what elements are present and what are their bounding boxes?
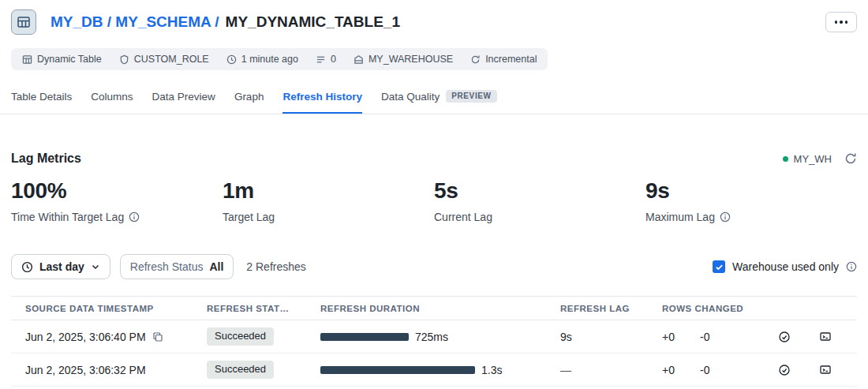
- meta-label: CUSTOM_ROLE: [134, 54, 209, 65]
- meta-object-type: Dynamic Table: [22, 54, 102, 65]
- metadata-bar: Dynamic Table CUSTOM_ROLE 1 minute ago 0…: [11, 48, 548, 70]
- info-icon[interactable]: [129, 211, 140, 223]
- status-badge: Succeeded: [207, 327, 274, 345]
- cell-rows-removed: -0: [700, 364, 744, 376]
- query-profile-icon[interactable]: [778, 364, 791, 376]
- cell-actions: [744, 364, 857, 376]
- cell-rows-added: +0: [662, 331, 700, 343]
- lag-metrics-title: Lag Metrics: [11, 151, 81, 166]
- open-query-icon[interactable]: [819, 364, 832, 376]
- meta-row-count: 0: [316, 54, 336, 65]
- lag-metrics-header: Lag Metrics MY_WH: [11, 151, 857, 166]
- meta-label: 0: [331, 54, 336, 65]
- breadcrumb: MY_DB / MY_SCHEMA / MY_DYNAMIC_TABLE_1: [51, 13, 400, 31]
- col-refresh-duration[interactable]: REFRESH DURATION: [320, 304, 560, 313]
- tab-data-quality[interactable]: Data Quality PREVIEW: [381, 85, 497, 114]
- col-source-data-timestamp[interactable]: SOURCE DATA TIMESTAMP: [11, 304, 207, 313]
- meta-label: 1 minute ago: [241, 54, 298, 65]
- metric-target-lag: 1m Target Lag: [223, 178, 434, 223]
- tab-refresh-history[interactable]: Refresh History: [282, 86, 362, 114]
- duration-bar: [320, 333, 409, 341]
- table-row[interactable]: Jun 2, 2025, 3:06:40 PM Succeeded 725ms …: [11, 320, 857, 353]
- refresh-history-table: SOURCE DATA TIMESTAMP REFRESH STAT… REFR…: [0, 296, 868, 387]
- meta-refresh-mode: Incremental: [470, 54, 537, 65]
- status-badge: Succeeded: [207, 361, 274, 378]
- query-profile-icon[interactable]: [778, 331, 791, 343]
- meta-owner-role: CUSTOM_ROLE: [119, 54, 209, 65]
- table-row[interactable]: Jun 2, 2025, 3:06:32 PM Succeeded 1.3s —…: [11, 353, 857, 387]
- col-refresh-status[interactable]: REFRESH STAT…: [207, 304, 320, 313]
- metric-maximum-lag: 9s Maximum Lag: [645, 178, 857, 223]
- metadata-row: Dynamic Table CUSTOM_ROLE 1 minute ago 0…: [11, 48, 857, 70]
- warehouse-used-only-control: Warehouse used only: [713, 260, 857, 273]
- meta-warehouse: MY_WAREHOUSE: [354, 54, 453, 65]
- time-range-filter[interactable]: Last day: [11, 254, 110, 279]
- metric-label: Time Within Target Lag: [11, 211, 124, 223]
- check-icon: [715, 263, 724, 271]
- metric-value: 1m: [223, 178, 434, 204]
- tab-columns[interactable]: Columns: [91, 86, 133, 114]
- meta-label: MY_WAREHOUSE: [369, 54, 453, 65]
- metric-value: 5s: [434, 178, 645, 204]
- cell-refresh-lag: —: [560, 364, 662, 376]
- ellipsis-icon: [835, 21, 838, 24]
- tab-graph[interactable]: Graph: [234, 86, 264, 114]
- cell-rows-added: +0: [662, 364, 700, 376]
- cell-refresh-lag: 9s: [560, 331, 662, 343]
- refresh-metrics-button[interactable]: [844, 152, 857, 165]
- col-refresh-lag[interactable]: REFRESH LAG: [560, 304, 662, 313]
- refresh-status-value: All: [209, 260, 223, 273]
- refresh-status-label: Refresh Status: [130, 260, 204, 273]
- warehouse-used-only-checkbox[interactable]: [713, 260, 725, 273]
- col-rows-changed[interactable]: ROWS CHANGED: [662, 304, 857, 313]
- table-icon: [22, 54, 32, 65]
- tab-table-details[interactable]: Table Details: [11, 86, 72, 114]
- warehouse-name: MY_WH: [794, 153, 832, 165]
- tab-data-preview[interactable]: Data Preview: [152, 86, 215, 114]
- role-icon: [119, 54, 129, 65]
- meta-label: Dynamic Table: [37, 54, 102, 65]
- warehouse-running-dot: [783, 156, 788, 162]
- metric-label: Target Lag: [223, 211, 275, 223]
- cell-status: Succeeded: [207, 327, 320, 345]
- metric-value: 100%: [11, 178, 223, 204]
- cell-duration: 1.3s: [320, 364, 560, 376]
- warehouse-icon: [354, 54, 364, 65]
- preview-badge: PREVIEW: [446, 90, 496, 103]
- time-range-value: Last day: [39, 260, 84, 273]
- metric-current-lag: 5s Current Lag: [434, 178, 645, 223]
- filter-bar: Last day Refresh Status All 2 Refreshes …: [11, 254, 857, 279]
- cell-duration: 725ms: [320, 331, 560, 343]
- rows-icon: [316, 54, 326, 65]
- metric-label: Current Lag: [434, 211, 492, 223]
- cell-status: Succeeded: [207, 361, 320, 378]
- cell-timestamp: Jun 2, 2025, 3:06:40 PM: [11, 331, 207, 343]
- refresh-status-filter[interactable]: Refresh Status All: [120, 254, 234, 279]
- cell-actions: [744, 331, 857, 343]
- warehouse-used-only-label: Warehouse used only: [732, 260, 839, 273]
- more-actions-button[interactable]: [825, 12, 857, 32]
- open-query-icon[interactable]: [819, 331, 832, 343]
- page-title: MY_DYNAMIC_TABLE_1: [226, 13, 400, 31]
- meta-label: Incremental: [485, 54, 537, 65]
- info-icon[interactable]: [720, 211, 731, 223]
- refresh-count: 2 Refreshes: [246, 260, 305, 273]
- info-icon[interactable]: [846, 261, 857, 272]
- table-header-row: SOURCE DATA TIMESTAMP REFRESH STAT… REFR…: [11, 296, 857, 320]
- clock-icon: [21, 261, 33, 273]
- metric-time-within-target-lag: 100% Time Within Target Lag: [11, 178, 223, 223]
- copy-icon[interactable]: [152, 331, 163, 342]
- chevron-down-icon: [91, 262, 100, 271]
- refresh-icon: [470, 54, 481, 65]
- refresh-icon: [844, 152, 857, 165]
- lag-metrics-cards: 100% Time Within Target Lag 1m Target La…: [11, 178, 857, 223]
- duration-bar: [320, 366, 475, 374]
- metric-value: 9s: [645, 178, 857, 204]
- breadcrumb-links[interactable]: MY_DB / MY_SCHEMA /: [51, 13, 219, 31]
- clock-icon: [226, 54, 237, 65]
- dynamic-table-icon: [11, 9, 36, 35]
- warehouse-status-chip[interactable]: MY_WH: [783, 153, 832, 165]
- metric-label: Maximum Lag: [645, 211, 715, 223]
- cell-timestamp: Jun 2, 2025, 3:06:32 PM: [11, 364, 207, 376]
- meta-last-refresh: 1 minute ago: [226, 54, 298, 65]
